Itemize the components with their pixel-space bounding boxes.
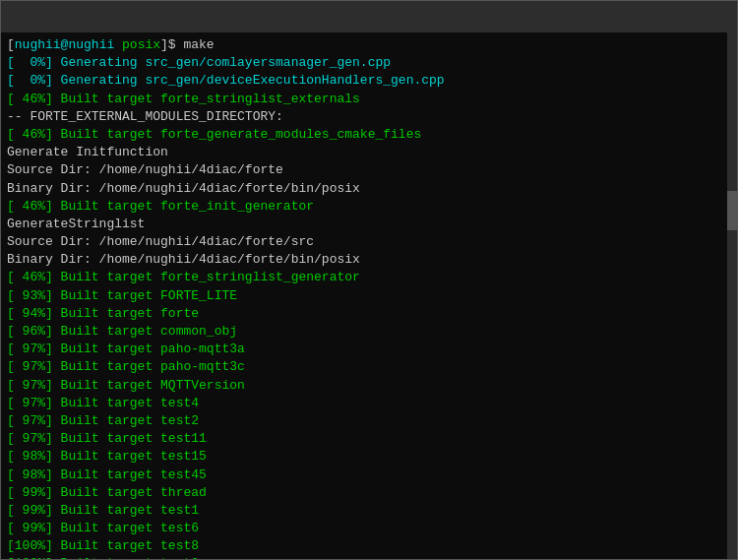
scrollbar-thumb[interactable]	[727, 191, 737, 230]
terminal-line: [ 46%] Built target forte_stringlist_gen…	[7, 269, 731, 286]
terminal-line: [ 97%] Built target test4	[7, 395, 731, 412]
terminal-line: [100%] Built target test9	[7, 555, 731, 559]
terminal-line: Generate Initfunction	[7, 144, 731, 161]
terminal-line: Binary Dir: /home/nughii/4diac/forte/bin…	[7, 180, 731, 198]
minimize-button[interactable]	[639, 7, 666, 27]
terminal-line: [100%] Built target test8	[7, 537, 731, 555]
terminal-line: -- FORTE_EXTERNAL_MODULES_DIRECTORY:	[7, 108, 731, 126]
terminal-line: [nughii@nughii posix]$ make	[7, 36, 731, 54]
scrollbar[interactable]	[727, 32, 737, 559]
terminal-line: [ 98%] Built target test15	[7, 448, 731, 466]
terminal-line: [ 99%] Built target test1	[7, 502, 731, 520]
close-button[interactable]	[702, 7, 729, 27]
terminal-line: [ 98%] Built target test45	[7, 467, 731, 484]
terminal-line: Source Dir: /home/nughii/4diac/forte	[7, 161, 731, 179]
terminal-line: Binary Dir: /home/nughii/4diac/forte/bin…	[7, 251, 731, 269]
terminal-line: [ 46%] Built target forte_generate_modul…	[7, 126, 731, 144]
titlebar	[1, 1, 737, 32]
terminal-line: [ 99%] Built target thread	[7, 484, 731, 502]
terminal-line: [ 96%] Built target common_obj	[7, 323, 731, 341]
maximize-button[interactable]	[670, 7, 698, 27]
window-controls	[639, 7, 729, 27]
terminal-line: [ 97%] Built target paho-mqtt3a	[7, 341, 731, 358]
terminal-line: [ 97%] Built target test2	[7, 412, 731, 430]
terminal-line: Source Dir: /home/nughii/4diac/forte/src	[7, 233, 731, 251]
terminal-line: [ 93%] Built target FORTE_LITE	[7, 287, 731, 305]
terminal-line: [ 97%] Built target MQTTVersion	[7, 377, 731, 395]
terminal-body[interactable]: [nughii@nughii posix]$ make[ 0%] Generat…	[1, 32, 737, 559]
terminal-line: GenerateStringlist	[7, 216, 731, 233]
terminal-line: [ 0%] Generating src_gen/comlayersmanage…	[7, 54, 731, 72]
terminal-line: [ 46%] Built target forte_stringlist_ext…	[7, 91, 731, 108]
terminal-line: [ 97%] Built target test11	[7, 430, 731, 448]
terminal-output: [nughii@nughii posix]$ make[ 0%] Generat…	[7, 36, 731, 559]
terminal-line: [ 97%] Built target paho-mqtt3c	[7, 358, 731, 376]
terminal-line: [ 99%] Built target test6	[7, 520, 731, 537]
terminal-line: [ 0%] Generating src_gen/deviceExecution…	[7, 72, 731, 90]
terminal-line: [ 94%] Built target forte	[7, 305, 731, 323]
terminal-line: [ 46%] Built target forte_init_generator	[7, 198, 731, 216]
terminal-window: [nughii@nughii posix]$ make[ 0%] Generat…	[0, 0, 738, 560]
